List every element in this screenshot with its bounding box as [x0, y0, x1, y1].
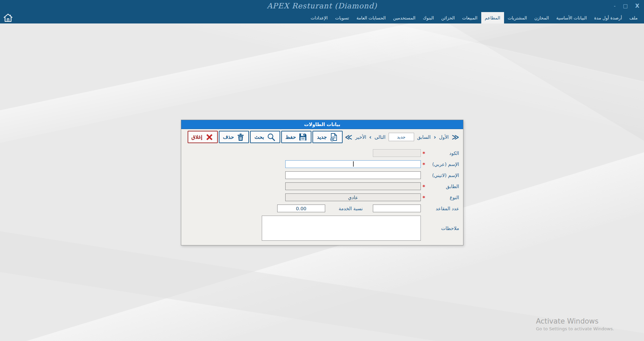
nav-next-chevron-icon[interactable]: ‹ — [369, 134, 371, 140]
record-navigator: ≫ الأول › السابق جديد التالى ‹ الأخير ≪ — [344, 133, 462, 141]
menu-item-warehouses[interactable]: المخازن — [531, 12, 552, 23]
nav-previous-button[interactable]: السابق — [417, 134, 431, 140]
name-arabic-row: الإسم (عربي) * — [185, 160, 459, 168]
name-latin-row: الإسم (لاتيني) — [185, 171, 459, 179]
menu-item-general-accounts[interactable]: الحسابات العامة — [353, 12, 389, 23]
table-form: الكود * الإسم (عربي) * الإسم (لاتيني) ال… — [181, 145, 463, 241]
close-window-button[interactable]: X — [635, 2, 639, 10]
delete-button[interactable]: حذف — [219, 131, 249, 143]
required-asterisk: * — [421, 184, 427, 189]
floor-field — [285, 182, 421, 190]
desktop: APEX Resturant (Diamond) - □ X ملف — [0, 0, 644, 341]
trash-icon — [237, 133, 245, 141]
name-arabic-label: الإسم (عربي) — [427, 162, 459, 167]
menu-item-settings[interactable]: الإعدادات — [307, 12, 332, 23]
code-field — [373, 149, 421, 157]
type-label: النوع — [427, 195, 459, 200]
dialog-title: بيانات الطاولات — [181, 120, 463, 129]
menu-item-restaurants[interactable]: المطاعم — [481, 12, 504, 23]
required-asterisk: * — [421, 151, 427, 156]
menu-item-users[interactable]: المستخدمين — [389, 12, 419, 23]
required-asterisk: * — [421, 195, 427, 200]
new-record-icon — [330, 133, 338, 141]
close-button[interactable]: إغلاق — [188, 131, 218, 143]
menu-item-safes[interactable]: الخزائن — [438, 12, 458, 23]
required-asterisk: * — [421, 162, 427, 167]
menu-item-opening-balances[interactable]: أرصدة أول مدة — [591, 12, 626, 23]
delete-button-label: حذف — [223, 134, 234, 140]
save-button[interactable]: حفظ — [281, 131, 311, 143]
window-controls: - □ X — [614, 2, 639, 10]
window-title-bar: APEX Resturant (Diamond) - □ X — [0, 0, 644, 12]
dialog-toolbar: ≫ الأول › السابق جديد التالى ‹ الأخير ≪ — [181, 129, 463, 145]
notes-label: ملاحظات — [427, 226, 459, 231]
nav-next-button[interactable]: التالى — [375, 134, 386, 140]
search-icon — [267, 133, 276, 141]
maximize-button[interactable]: □ — [623, 2, 628, 10]
menu-item-purchases[interactable]: المشتريات — [504, 12, 531, 23]
name-latin-input[interactable] — [285, 171, 421, 179]
nav-current-record: جديد — [389, 133, 414, 141]
floor-row: الطابق * — [185, 182, 459, 190]
service-rate-input[interactable] — [277, 205, 325, 212]
menu-item-adjustments[interactable]: تسويات — [331, 12, 353, 23]
menu-item-basic-data[interactable]: البيانات الأساسية — [553, 12, 591, 23]
watermark-title: Activate Windows — [536, 317, 614, 325]
close-button-label: إغلاق — [191, 134, 202, 140]
nav-last-button[interactable]: الأخير — [355, 134, 366, 140]
notes-row: ملاحظات — [185, 216, 459, 241]
tables-data-dialog: بيانات الطاولات ≫ الأول › السابق جديد ال… — [181, 120, 463, 245]
menu-item-banks[interactable]: البنوك — [419, 12, 438, 23]
notes-textarea[interactable] — [262, 216, 421, 241]
app-header: APEX Resturant (Diamond) - □ X ملف — [0, 0, 644, 23]
minimize-button[interactable]: - — [614, 2, 615, 10]
seats-input[interactable] — [373, 205, 421, 212]
code-label: الكود — [427, 151, 459, 156]
seats-row: عدد المقاعد نسبة الخدمة — [185, 205, 459, 212]
main-menu: ملف أرصدة أول مدة البيانات الأساسية المخ… — [0, 12, 644, 23]
text-caret — [353, 161, 354, 167]
name-latin-label: الإسم (لاتيني) — [427, 173, 459, 178]
type-row: النوع * عادي — [185, 193, 459, 201]
code-row: الكود * — [185, 149, 459, 157]
close-x-icon — [205, 133, 214, 141]
seats-label: عدد المقاعد — [427, 206, 459, 211]
nav-first-chevron-icon[interactable]: ≫ — [452, 134, 459, 140]
nav-previous-chevron-icon[interactable]: › — [434, 134, 436, 140]
menu-item-file[interactable]: ملف — [626, 12, 641, 23]
search-button[interactable]: بحث — [250, 131, 280, 143]
save-button-label: حفظ — [286, 134, 296, 140]
service-rate-label: نسبة الخدمة — [339, 206, 363, 211]
save-icon — [299, 133, 307, 141]
type-select[interactable]: عادي — [285, 193, 421, 201]
new-button-label: جديد — [317, 134, 327, 140]
floor-label: الطابق — [427, 184, 459, 189]
search-button-label: بحث — [254, 134, 264, 140]
nav-last-chevron-icon[interactable]: ≪ — [345, 134, 352, 140]
nav-first-button[interactable]: الأول — [439, 134, 449, 140]
watermark-subtitle: Go to Settings to activate Windows. — [536, 326, 614, 331]
activate-windows-watermark: Activate Windows Go to Settings to activ… — [536, 317, 614, 331]
menu-item-sales[interactable]: المبيعات — [458, 12, 481, 23]
app-title: APEX Resturant (Diamond) — [0, 2, 644, 10]
new-button[interactable]: جديد — [312, 131, 343, 143]
